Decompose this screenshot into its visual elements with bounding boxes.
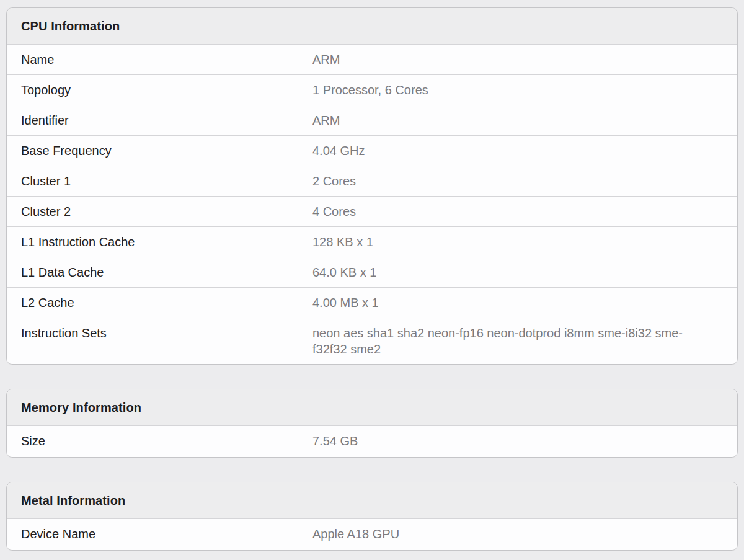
table-row: Identifier ARM: [7, 105, 737, 135]
table-row: Size 7.54 GB: [7, 425, 737, 457]
row-label: Cluster 2: [21, 203, 312, 220]
row-value: ARM: [312, 112, 340, 128]
row-label: Identifier: [21, 112, 312, 128]
row-value: 2 Cores: [312, 173, 356, 189]
table-row: Name ARM: [7, 44, 737, 74]
row-value: Apple A18 GPU: [312, 526, 399, 542]
row-label: Cluster 1: [21, 173, 312, 189]
table-row: Instruction Sets neon aes sha1 sha2 neon…: [7, 318, 737, 364]
row-value: 4.04 GHz: [312, 143, 365, 159]
row-label: L1 Instruction Cache: [21, 234, 312, 250]
row-label: Name: [21, 51, 312, 68]
row-value: 4.00 MB x 1: [312, 295, 379, 311]
table-row: L1 Instruction Cache 128 KB x 1: [7, 226, 737, 257]
section-title: CPU Information: [7, 8, 737, 44]
table-row: Device Name Apple A18 GPU: [7, 518, 737, 550]
table-row: Topology 1 Processor, 6 Cores: [7, 74, 737, 105]
table-row: L2 Cache 4.00 MB x 1: [7, 287, 737, 318]
row-value: ARM: [312, 51, 340, 68]
row-label: L2 Cache: [21, 295, 312, 311]
metal-information-card: Metal Information Device Name Apple A18 …: [6, 482, 738, 551]
row-label: Size: [21, 433, 312, 449]
memory-information-card: Memory Information Size 7.54 GB: [6, 389, 738, 458]
row-value: 1 Processor, 6 Cores: [312, 82, 428, 98]
table-row: Cluster 2 4 Cores: [7, 196, 737, 226]
system-information-page: CPU Information Name ARM Topology 1 Proc…: [0, 0, 744, 560]
row-label: Instruction Sets: [21, 325, 312, 341]
cpu-information-card: CPU Information Name ARM Topology 1 Proc…: [6, 7, 738, 365]
section-title: Memory Information: [7, 389, 737, 425]
row-label: Device Name: [21, 526, 312, 542]
row-value: 4 Cores: [312, 203, 356, 220]
section-title: Metal Information: [7, 482, 737, 518]
row-value: 128 KB x 1: [312, 234, 373, 250]
row-value: 7.54 GB: [312, 433, 358, 449]
row-label: Base Frequency: [21, 143, 312, 159]
row-value: 64.0 KB x 1: [312, 264, 376, 280]
row-label: L1 Data Cache: [21, 264, 312, 280]
table-row: Base Frequency 4.04 GHz: [7, 135, 737, 166]
table-row: Cluster 1 2 Cores: [7, 166, 737, 196]
row-value: neon aes sha1 sha2 neon-fp16 neon-dotpro…: [312, 325, 700, 357]
row-label: Topology: [21, 82, 312, 98]
table-row: L1 Data Cache 64.0 KB x 1: [7, 257, 737, 287]
